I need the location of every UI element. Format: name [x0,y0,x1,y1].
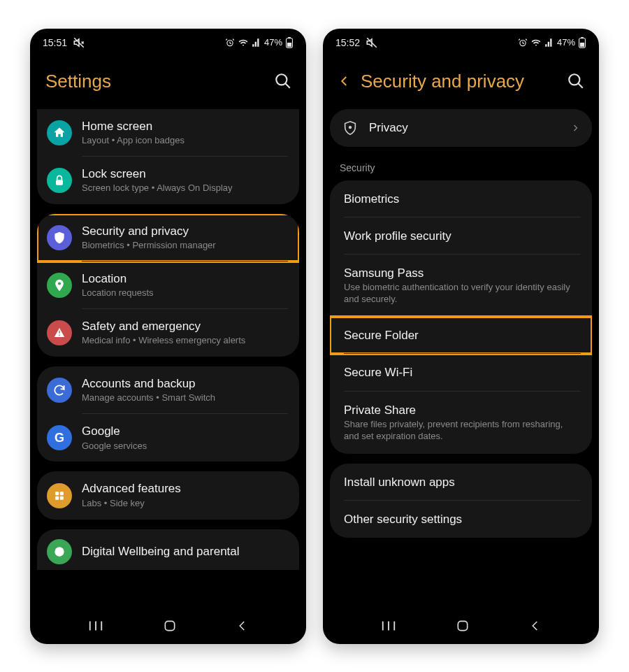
item-title: Samsung Pass [344,266,578,280]
alarm-icon [225,38,235,48]
battery-icon [578,37,586,48]
item-title: Google [82,424,288,438]
lock-icon [47,168,72,193]
mute-icon [366,36,378,49]
svg-rect-29 [458,621,467,630]
item-title: Accounts and backup [82,376,288,391]
nav-home[interactable] [163,619,177,633]
item-biometrics[interactable]: Biometrics [330,180,592,217]
battery-percent: 47% [557,37,575,48]
status-time: 15:51 [43,37,67,48]
security-group: Install unknown apps Other security sett… [330,464,592,538]
svg-rect-11 [55,496,59,499]
item-subtitle: Biometrics • Permission manager [82,240,288,252]
item-subtitle: Manage accounts • Smart Switch [82,392,288,404]
item-samsung-pass[interactable]: Samsung Pass Use biometric authenticatio… [330,255,592,317]
item-location[interactable]: Location Location requests [37,262,299,309]
item-subtitle: Location requests [82,287,288,299]
svg-rect-22 [580,43,584,47]
settings-group: Accounts and backup Manage accounts • Sm… [37,366,299,462]
svg-rect-3 [288,37,291,38]
svg-rect-9 [55,492,59,495]
item-subtitle: Labs • Side key [82,498,288,510]
item-title: Private Share [344,403,578,417]
item-private-share[interactable]: Private Share Share files privately, pre… [330,392,592,454]
settings-list[interactable]: Home screen Layout • App icon badges Loc… [30,109,306,608]
battery-icon [285,37,294,48]
page-title: Settings [45,71,264,92]
item-secure-folder[interactable]: Secure Folder [330,317,592,354]
item-title: Other security settings [344,512,578,527]
item-subtitle: Share files privately, prevent recipient… [344,419,578,443]
settings-group: Digital Wellbeing and parental [37,529,299,570]
nav-home[interactable] [456,619,470,633]
item-subtitle: Medical info • Wireless emergency alerts [82,335,288,347]
status-bar: 15:51 47% [30,29,306,57]
signal-icon [252,38,261,48]
item-title: Biometrics [344,192,578,206]
signal-icon [544,38,554,48]
search-icon[interactable] [274,72,292,90]
search-icon[interactable] [567,72,585,90]
item-security-privacy[interactable]: Security and privacy Biometrics • Permis… [37,214,299,262]
item-home-screen[interactable]: Home screen Layout • App icon badges [37,109,299,157]
nav-back[interactable] [529,620,542,632]
item-title: Home screen [82,119,288,134]
item-digital-wellbeing[interactable]: Digital Wellbeing and parental [37,529,299,567]
item-title: Work profile security [344,229,578,243]
item-title: Secure Wi-Fi [344,365,578,380]
svg-point-13 [55,547,64,556]
item-subtitle: Screen lock type • Always On Display [82,183,288,194]
nav-bar [30,608,306,644]
item-subtitle: Use biometric authentication to verify y… [344,282,578,306]
chevron-right-icon [571,121,579,135]
item-title: Safety and emergency [82,319,288,334]
nav-back[interactable] [236,620,249,632]
security-group: Biometrics Work profile security Samsung… [330,180,592,454]
wifi-icon [238,38,249,48]
security-list[interactable]: Privacy Security Biometrics Work profile… [323,109,599,608]
item-lock-screen[interactable]: Lock screen Screen lock type • Always On… [37,157,299,204]
settings-group: Home screen Layout • App icon badges Loc… [37,109,299,204]
item-accounts-backup[interactable]: Accounts and backup Manage accounts • Sm… [37,366,299,414]
svg-rect-7 [56,180,63,185]
item-work-profile-security[interactable]: Work profile security [330,217,592,255]
header: Settings [30,57,306,109]
sync-icon [47,378,72,403]
status-bar: 15:52 47% [323,29,599,57]
back-icon[interactable] [338,75,351,87]
wellbeing-icon [47,539,72,564]
item-secure-wifi[interactable]: Secure Wi-Fi [330,354,592,391]
page-title: Security and privacy [361,71,557,92]
item-advanced-features[interactable]: Advanced features Labs • Side key [37,471,299,519]
svg-point-23 [569,74,579,85]
svg-line-24 [578,83,583,88]
nav-recents[interactable] [88,620,103,632]
svg-line-6 [285,83,290,88]
nav-recents[interactable] [381,620,396,632]
item-title: Secure Folder [344,328,578,343]
svg-rect-21 [581,37,584,38]
advanced-icon [47,483,72,508]
settings-group: Advanced features Labs • Side key [37,471,299,519]
item-safety-emergency[interactable]: Safety and emergency Medical info • Wire… [37,309,299,357]
item-google[interactable]: G Google Google services [37,414,299,462]
item-subtitle: Layout • App icon badges [82,135,288,147]
status-time: 15:52 [335,37,360,48]
item-title: Digital Wellbeing and parental [82,544,288,559]
header: Security and privacy [323,57,599,109]
settings-group: Security and privacy Biometrics • Permis… [37,214,299,357]
item-title: Privacy [369,120,560,135]
item-install-unknown-apps[interactable]: Install unknown apps [330,464,592,501]
svg-rect-17 [165,621,174,630]
item-title: Install unknown apps [344,475,578,489]
alarm-icon [518,38,528,48]
item-other-security-settings[interactable]: Other security settings [330,501,592,538]
item-title: Lock screen [82,166,288,181]
item-title: Security and privacy [82,224,288,238]
item-privacy[interactable]: Privacy [330,109,592,147]
phone-settings: 15:51 47% Settings Home screen Layout • … [30,29,306,644]
wifi-icon [530,38,542,48]
shield-icon [47,225,72,250]
mute-icon [73,36,85,49]
